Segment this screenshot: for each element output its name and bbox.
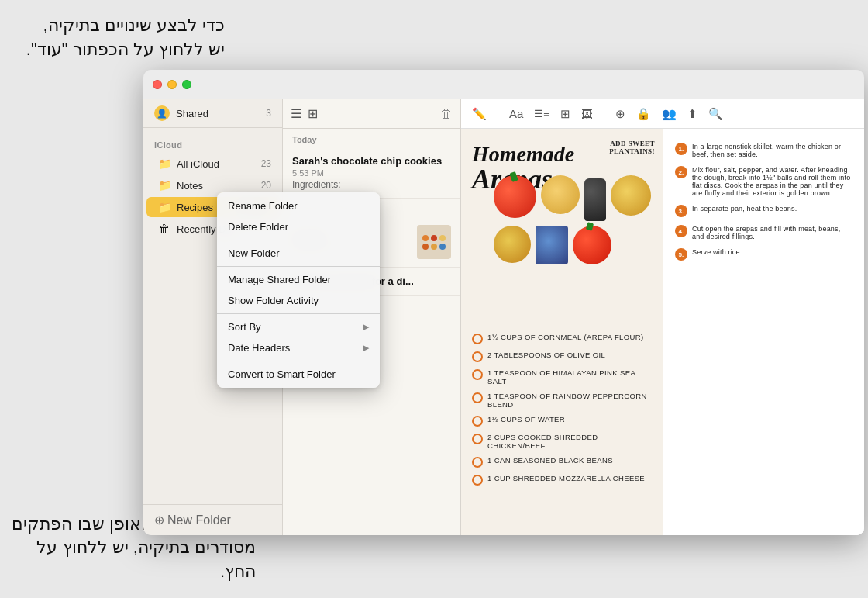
folder-icon-notes: 📁	[157, 179, 171, 192]
minimize-button[interactable]	[167, 80, 177, 89]
add-plantains-note: ADD SWEET PLANTAINS!	[585, 140, 655, 155]
icloud-section-label: iCloud	[143, 131, 282, 153]
ingredient-7: 1 can seasoned black beans	[472, 456, 652, 468]
blue-container	[536, 226, 568, 264]
ingredient-6: 2 cups cooked shredded chicken/beef	[472, 433, 652, 450]
new-folder-label: New Folder	[167, 513, 231, 527]
ingredient-5: 1½ cups of water	[472, 415, 652, 427]
menu-label-manage-shared: Manage Shared Folder	[228, 274, 331, 285]
steps-section: 1. In a large nonstick skillet, warm the…	[663, 129, 864, 535]
traffic-lights	[153, 80, 191, 89]
shared-label: Shared	[176, 108, 266, 119]
menu-item-rename[interactable]: Rename Folder	[217, 195, 380, 216]
table-icon[interactable]: ⊞	[557, 105, 574, 123]
ingredient-3: 1 teaspoon of himalayan pink sea salt	[472, 368, 652, 385]
ingredient-1: 1½ cups of cornmeal (arepa flour)	[472, 333, 652, 344]
grid-view-icon[interactable]: ⊞	[308, 106, 318, 121]
ing-bullet-2	[472, 351, 483, 362]
step-2: 2. Mix flour, salt, pepper, and water. A…	[675, 166, 852, 197]
ing-bullet-1	[472, 334, 483, 344]
link-icon[interactable]: ⊕	[612, 105, 629, 123]
search-icon[interactable]: 🔍	[705, 105, 726, 123]
tomato-1	[494, 175, 536, 218]
leaf-2	[586, 222, 594, 231]
new-folder-button[interactable]: ⊕ New Folder	[154, 513, 271, 527]
menu-label-delete: Delete Folder	[228, 221, 288, 233]
notes-list-toolbar: ☰ ⊞ 🗑	[283, 99, 460, 129]
sidebar-item-shared[interactable]: 👤 Shared 3	[143, 99, 282, 128]
menu-item-show-activity[interactable]: Show Folder Activity	[217, 290, 380, 311]
toolbar-sep-1	[498, 107, 498, 121]
ingredient-4: 1 teaspoon of rainbow peppercorn blend	[472, 392, 652, 409]
zoom-button[interactable]	[182, 80, 191, 89]
ingredients-section: 1½ cups of cornmeal (arepa flour) 2 tabl…	[472, 333, 652, 486]
step-4: 4. Cut open the arepas and fill with mea…	[675, 225, 852, 240]
menu-label-convert: Convert to Smart Folder	[228, 368, 336, 380]
sidebar-item-all-icloud[interactable]: 📁 All iCloud 23	[146, 154, 279, 174]
ingredient-2: 2 tablespoons of olive oil	[472, 351, 652, 362]
arepa-2	[611, 175, 651, 216]
menu-item-manage-shared[interactable]: Manage Shared Folder	[217, 269, 380, 290]
close-button[interactable]	[153, 80, 162, 89]
editor-toolbar: ✏️ Aa ☰≡ ⊞ 🖼 ⊕ 🔒 👥 ⬆ 🔍	[461, 99, 864, 129]
folder-icon-recipes: 📁	[157, 201, 171, 213]
font-icon[interactable]: Aa	[506, 105, 526, 122]
step-5: 5. Serve with rice.	[675, 248, 852, 261]
share-icon[interactable]: ⬆	[684, 105, 701, 123]
bottle	[584, 178, 606, 221]
compose-icon[interactable]: ✏️	[469, 105, 490, 123]
menu-item-convert[interactable]: Convert to Smart Folder	[217, 364, 380, 385]
list-icon[interactable]: ☰≡	[531, 106, 553, 121]
note-time: 5:53 PM	[292, 168, 451, 178]
trash-icon: 🗑	[157, 223, 171, 235]
menu-item-delete[interactable]: Delete Folder	[217, 216, 380, 237]
menu-label-show-activity: Show Folder Activity	[228, 295, 319, 306]
ing-bullet-7	[472, 457, 483, 468]
ing-bullet-6	[472, 434, 483, 444]
sidebar-label-all-icloud: All iCloud	[177, 158, 261, 170]
lock-icon[interactable]: 🔒	[633, 105, 654, 123]
sort-by-arrow: ▶	[363, 322, 369, 332]
menu-sep-3	[217, 313, 380, 314]
media-icon[interactable]: 🖼	[578, 105, 596, 122]
sidebar-count-notes: 20	[261, 180, 271, 191]
editor-pane: ✏️ Aa ☰≡ ⊞ 🖼 ⊕ 🔒 👥 ⬆ 🔍 Homem	[461, 99, 864, 535]
sidebar-label-notes: Notes	[177, 180, 261, 192]
arepa-1	[541, 175, 580, 214]
step-3: 3. In separate pan, heat the beans.	[675, 205, 852, 217]
menu-item-date-headers[interactable]: Date Headers ▶	[217, 337, 380, 358]
menu-sep-4	[217, 361, 380, 361]
ingredient-8: 1 cup shredded mozzarella cheese	[472, 474, 652, 486]
step-num-4: 4.	[675, 225, 687, 237]
step-num-5: 5.	[675, 248, 687, 261]
menu-sep-2	[217, 266, 380, 267]
editor-content: Homemade Arepas ADD SWEET PLANTAINS!	[461, 129, 864, 535]
ing-bullet-5	[472, 416, 483, 427]
share-people-icon[interactable]: 👥	[659, 105, 680, 123]
sidebar-bottom: ⊕ New Folder	[143, 504, 282, 535]
menu-sep-1	[217, 240, 380, 240]
folder-icon: 📁	[157, 157, 171, 170]
shared-icon: 👤	[154, 105, 170, 121]
ing-bullet-3	[472, 369, 483, 380]
step-num-3: 3.	[675, 205, 687, 217]
sidebar-count-all-icloud: 23	[261, 158, 271, 169]
note-item-chocolate-chip[interactable]: Sarah's chocolate chip cookies 5:53 PM I…	[283, 147, 460, 199]
date-headers-arrow: ▶	[363, 343, 369, 353]
note-thumbnail	[417, 225, 451, 259]
delete-note-icon[interactable]: 🗑	[440, 107, 453, 121]
step-1: 1. In a large nonstick skillet, warm the…	[675, 143, 852, 158]
note-title: Sarah's chocolate chip cookies	[292, 155, 451, 167]
annotation-top: כדי לבצע שינויים בתיקיה, יש ללחוץ על הכפ…	[8, 14, 225, 62]
arepa-3	[494, 226, 531, 263]
toolbar-sep-2	[604, 107, 604, 121]
list-view-icon[interactable]: ☰	[291, 106, 301, 121]
title-bar	[143, 70, 864, 99]
menu-item-sort-by[interactable]: Sort By ▶	[217, 316, 380, 337]
context-menu: Rename Folder Delete Folder New Folder M…	[217, 192, 380, 388]
menu-label-new-folder: New Folder	[228, 247, 279, 259]
ing-bullet-8	[472, 475, 483, 486]
tomato-2	[573, 226, 611, 264]
menu-item-new-folder[interactable]: New Folder	[217, 243, 380, 264]
thumb-dots	[418, 231, 450, 254]
